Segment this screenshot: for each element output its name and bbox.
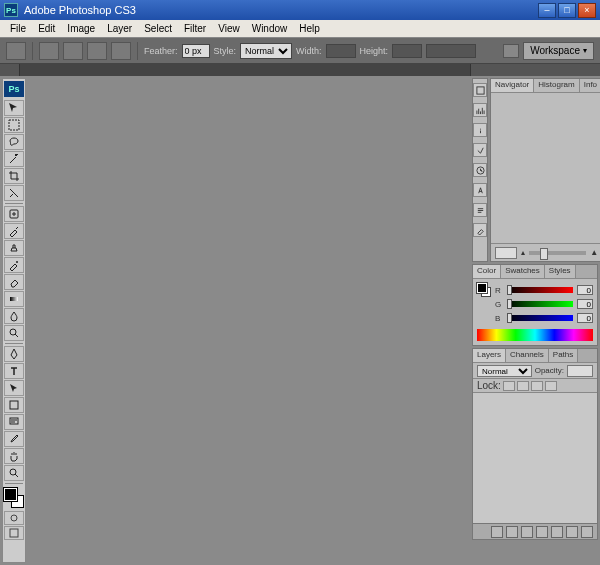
pen-tool[interactable]: [4, 346, 24, 362]
menu-window[interactable]: Window: [246, 21, 294, 36]
actions-icon[interactable]: [473, 143, 487, 157]
zoom-value-field[interactable]: [495, 247, 517, 259]
close-button[interactable]: ×: [578, 3, 596, 18]
marquee-tool[interactable]: [4, 117, 24, 133]
channel-b-label: B: [495, 314, 503, 323]
layer-mask-button[interactable]: [521, 526, 533, 538]
tab-swatches[interactable]: Swatches: [501, 265, 545, 278]
group-layers-button[interactable]: [551, 526, 563, 538]
opacity-label: Opacity:: [535, 366, 564, 375]
feather-input[interactable]: [182, 44, 210, 58]
tab-info[interactable]: Info: [580, 79, 600, 92]
menu-file[interactable]: File: [4, 21, 32, 36]
dodge-tool[interactable]: [4, 325, 24, 341]
style-select[interactable]: Normal: [240, 43, 292, 59]
navigator-body: [491, 93, 600, 243]
go-to-bridge-icon[interactable]: [503, 44, 519, 58]
tab-layers[interactable]: Layers: [473, 349, 506, 362]
healing-brush-tool[interactable]: [4, 206, 24, 222]
gradient-tool[interactable]: [4, 291, 24, 307]
lock-transparency-button[interactable]: [503, 381, 515, 391]
shape-tool[interactable]: [4, 397, 24, 413]
color-panel: Color Swatches Styles R 0 G 0: [472, 264, 598, 346]
menu-layer[interactable]: Layer: [101, 21, 138, 36]
menu-edit[interactable]: Edit: [32, 21, 61, 36]
opacity-input[interactable]: [567, 365, 593, 377]
clone-stamp-tool[interactable]: [4, 240, 24, 256]
menu-image[interactable]: Image: [61, 21, 101, 36]
channel-g-value[interactable]: 0: [577, 299, 593, 309]
eraser-tool[interactable]: [4, 274, 24, 290]
menu-help[interactable]: Help: [293, 21, 326, 36]
selection-mode-add[interactable]: [63, 42, 83, 60]
eyedropper-tool[interactable]: [4, 431, 24, 447]
magic-wand-tool[interactable]: [4, 151, 24, 167]
color-spectrum[interactable]: [477, 329, 593, 341]
info-icon[interactable]: [473, 123, 487, 137]
brush-tool[interactable]: [4, 223, 24, 239]
delete-layer-button[interactable]: [581, 526, 593, 538]
minimize-button[interactable]: –: [538, 3, 556, 18]
color-swatches[interactable]: [4, 488, 24, 508]
zoom-out-icon[interactable]: ▴: [521, 248, 525, 257]
tab-color[interactable]: Color: [473, 265, 501, 278]
selection-mode-intersect[interactable]: [111, 42, 131, 60]
histogram-icon[interactable]: [473, 103, 487, 117]
layers-panel: Layers Channels Paths Normal Opacity: Lo…: [472, 348, 598, 540]
channel-r-slider[interactable]: [507, 287, 573, 293]
adjustment-layer-button[interactable]: [536, 526, 548, 538]
lock-position-button[interactable]: [531, 381, 543, 391]
refine-edge-button[interactable]: [426, 44, 476, 58]
zoom-in-icon[interactable]: ▲: [590, 248, 598, 257]
lock-all-button[interactable]: [545, 381, 557, 391]
zoom-slider[interactable]: [529, 251, 586, 255]
tab-histogram[interactable]: Histogram: [534, 79, 579, 92]
options-bar: Feather: Style: Normal Width: Height: Wo…: [0, 38, 600, 64]
slice-tool[interactable]: [4, 185, 24, 201]
workspace-menu-button[interactable]: Workspace: [523, 42, 594, 60]
menu-view[interactable]: View: [212, 21, 246, 36]
menu-select[interactable]: Select: [138, 21, 178, 36]
selection-mode-new[interactable]: [39, 42, 59, 60]
channel-b-slider[interactable]: [507, 315, 573, 321]
tab-navigator[interactable]: Navigator: [491, 79, 534, 92]
lasso-tool[interactable]: [4, 134, 24, 150]
tab-styles[interactable]: Styles: [545, 265, 576, 278]
zoom-tool[interactable]: [4, 465, 24, 481]
channel-g-slider[interactable]: [507, 301, 573, 307]
panels-grip[interactable]: [470, 64, 600, 76]
new-layer-button[interactable]: [566, 526, 578, 538]
channel-r-value[interactable]: 0: [577, 285, 593, 295]
history-icon[interactable]: [473, 163, 487, 177]
history-brush-tool[interactable]: [4, 257, 24, 273]
lock-image-button[interactable]: [517, 381, 529, 391]
menu-filter[interactable]: Filter: [178, 21, 212, 36]
toolbox-grip[interactable]: [0, 64, 20, 76]
navigator-icon[interactable]: [473, 83, 487, 97]
blend-mode-select[interactable]: Normal: [477, 365, 532, 377]
layers-footer: [473, 523, 597, 539]
character-icon[interactable]: [473, 183, 487, 197]
crop-tool[interactable]: [4, 168, 24, 184]
svg-rect-9: [10, 529, 18, 537]
color-panel-swatches[interactable]: [477, 283, 491, 297]
quick-mask-toggle[interactable]: [4, 511, 24, 525]
blur-tool[interactable]: [4, 308, 24, 324]
link-layers-button[interactable]: [491, 526, 503, 538]
screen-mode-toggle[interactable]: [4, 526, 24, 540]
selection-mode-subtract[interactable]: [87, 42, 107, 60]
notes-tool[interactable]: [4, 414, 24, 430]
hand-tool[interactable]: [4, 448, 24, 464]
layer-fx-button[interactable]: [506, 526, 518, 538]
current-tool-indicator[interactable]: [6, 42, 26, 60]
tab-paths[interactable]: Paths: [549, 349, 578, 362]
type-tool[interactable]: [4, 363, 24, 379]
brushes-icon[interactable]: [473, 223, 487, 237]
tab-channels[interactable]: Channels: [506, 349, 549, 362]
channel-b-value[interactable]: 0: [577, 313, 593, 323]
move-tool[interactable]: [4, 100, 24, 116]
maximize-button[interactable]: □: [558, 3, 576, 18]
paragraph-icon[interactable]: [473, 203, 487, 217]
path-selection-tool[interactable]: [4, 380, 24, 396]
foreground-color-swatch[interactable]: [4, 488, 17, 501]
